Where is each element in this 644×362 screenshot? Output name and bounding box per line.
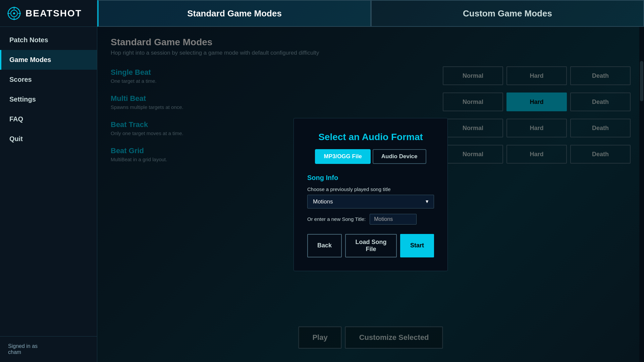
- logo-title: BEATSHOT: [25, 8, 82, 19]
- tab-custom[interactable]: Custom Game Modes: [371, 0, 644, 27]
- modal-title: Select an Audio Format: [307, 132, 434, 142]
- logo-icon: [7, 6, 21, 21]
- logo-area: BEATSHOT: [0, 0, 97, 27]
- signed-in-area: Signed in as cham: [0, 336, 97, 362]
- sidebar-item-settings[interactable]: Settings: [0, 89, 97, 109]
- nav-menu: Patch Notes Game Modes Scores Settings F…: [0, 27, 97, 336]
- sidebar-item-game-modes[interactable]: Game Modes: [0, 50, 97, 70]
- song-info-label: Song Info: [307, 174, 434, 182]
- modal-overlay: Select an Audio Format MP3/OGG File Audi…: [97, 27, 644, 362]
- sidebar-item-quit[interactable]: Quit: [0, 129, 97, 149]
- tab-standard[interactable]: Standard Game Modes: [97, 0, 371, 27]
- back-button[interactable]: Back: [307, 234, 342, 257]
- new-song-input[interactable]: [370, 214, 417, 225]
- tab-bar: Standard Game Modes Custom Game Modes: [97, 0, 644, 27]
- modal-actions: Back Load Song File Start: [307, 234, 434, 257]
- content-area: Standard Game Modes Hop right into a ses…: [97, 27, 644, 362]
- new-song-row: Or enter a new Song Title:: [307, 214, 434, 225]
- song-dropdown-wrapper: Motions ▼: [307, 195, 434, 208]
- song-dropdown[interactable]: Motions: [307, 195, 434, 208]
- format-buttons: MP3/OGG File Audio Device: [307, 149, 434, 164]
- start-button[interactable]: Start: [400, 234, 434, 257]
- sidebar-item-scores[interactable]: Scores: [0, 70, 97, 89]
- new-song-label: Or enter a new Song Title:: [307, 216, 366, 222]
- load-song-file-button[interactable]: Load Song File: [345, 234, 397, 257]
- dropdown-label: Choose a previously played song title: [307, 186, 434, 192]
- sidebar-item-faq[interactable]: FAQ: [0, 109, 97, 129]
- audio-format-modal: Select an Audio Format MP3/OGG File Audi…: [293, 118, 448, 271]
- mp3-ogg-button[interactable]: MP3/OGG File: [315, 149, 370, 164]
- main-content: Standard Game Modes Custom Game Modes St…: [97, 0, 644, 362]
- sidebar-item-patch-notes[interactable]: Patch Notes: [0, 30, 97, 50]
- svg-point-2: [13, 12, 15, 14]
- sidebar: BEATSHOT Patch Notes Game Modes Scores S…: [0, 0, 97, 362]
- audio-device-button[interactable]: Audio Device: [373, 149, 426, 164]
